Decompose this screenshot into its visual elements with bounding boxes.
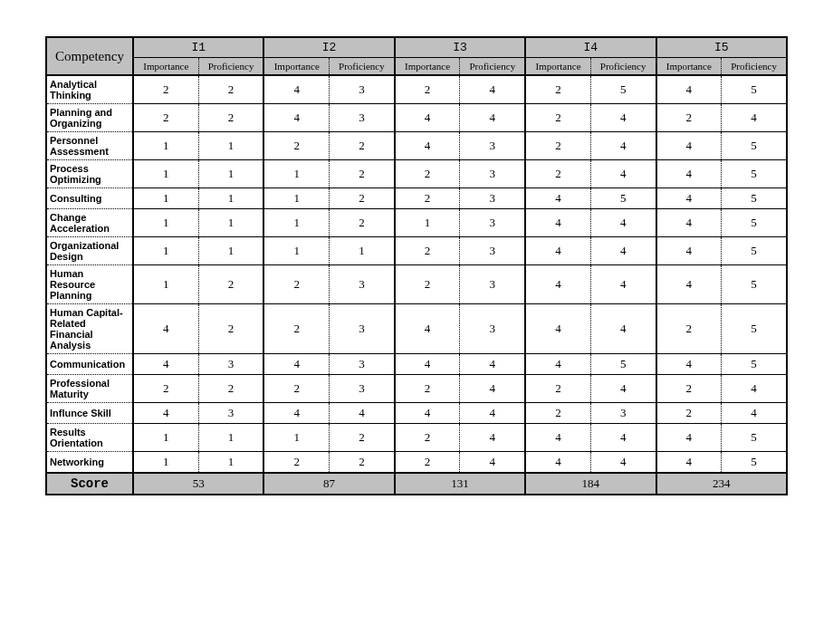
cell-value: 2: [198, 304, 263, 354]
cell-value: 4: [263, 354, 329, 375]
table-row: Organizational Design1111234445: [46, 237, 787, 265]
cell-value: 1: [198, 188, 263, 209]
score-row: Score 53 87 131 184 234: [46, 473, 787, 495]
cell-value: 4: [525, 452, 590, 474]
cell-value: 1: [263, 188, 329, 209]
cell-value: 4: [263, 104, 329, 132]
cell-value: 2: [330, 160, 395, 188]
competency-name: Communication: [46, 354, 133, 375]
cell-value: 4: [656, 237, 722, 265]
header-i5-imp: Importance: [656, 58, 722, 76]
cell-value: 5: [722, 265, 787, 304]
cell-value: 5: [722, 188, 787, 209]
competency-name: Analytical Thinking: [46, 75, 133, 104]
cell-value: 5: [722, 132, 787, 160]
cell-value: 2: [133, 375, 198, 403]
cell-value: 3: [460, 160, 525, 188]
cell-value: 4: [460, 452, 525, 474]
cell-value: 2: [198, 265, 263, 304]
cell-value: 4: [590, 209, 656, 237]
cell-value: 4: [263, 403, 329, 424]
cell-value: 1: [133, 265, 198, 304]
cell-value: 2: [133, 104, 198, 132]
cell-value: 3: [330, 104, 395, 132]
cell-value: 2: [525, 132, 590, 160]
score-i4: 184: [525, 473, 656, 495]
cell-value: 5: [722, 160, 787, 188]
cell-value: 2: [395, 237, 460, 265]
cell-value: 4: [656, 132, 722, 160]
header-i3-prof: Proficiency: [460, 58, 525, 76]
table-row: Human Capital-Related Financial Analysis…: [46, 304, 787, 354]
cell-value: 3: [460, 132, 525, 160]
cell-value: 2: [656, 304, 722, 354]
cell-value: 4: [133, 354, 198, 375]
table-row: Process Optimizing1112232445: [46, 160, 787, 188]
cell-value: 2: [656, 403, 722, 424]
cell-value: 1: [263, 209, 329, 237]
cell-value: 2: [263, 375, 329, 403]
cell-value: 2: [330, 424, 395, 452]
cell-value: 3: [590, 403, 656, 424]
cell-value: 4: [395, 354, 460, 375]
header-group-i2: I2: [263, 37, 394, 58]
cell-value: 4: [133, 304, 198, 354]
cell-value: 2: [525, 375, 590, 403]
cell-value: 4: [590, 304, 656, 354]
cell-value: 2: [525, 160, 590, 188]
cell-value: 2: [525, 104, 590, 132]
cell-value: 4: [395, 132, 460, 160]
header-group-i3: I3: [395, 37, 525, 58]
header-i4-prof: Proficiency: [590, 58, 656, 76]
header-i5-prof: Proficiency: [722, 58, 787, 76]
cell-value: 4: [460, 375, 525, 403]
cell-value: 1: [330, 237, 395, 265]
cell-value: 5: [590, 75, 656, 104]
cell-value: 5: [722, 75, 787, 104]
cell-value: 3: [330, 354, 395, 375]
table-row: Influnce Skill4344442324: [46, 403, 787, 424]
cell-value: 5: [590, 188, 656, 209]
cell-value: 4: [460, 354, 525, 375]
cell-value: 5: [722, 354, 787, 375]
cell-value: 3: [330, 265, 395, 304]
header-competency: Competency: [46, 37, 133, 75]
competency-name: Planning and Organizing: [46, 104, 133, 132]
cell-value: 4: [133, 403, 198, 424]
cell-value: 4: [656, 160, 722, 188]
table-row: Human Resource Planning1223234445: [46, 265, 787, 304]
competency-name: Influnce Skill: [46, 403, 133, 424]
cell-value: 2: [198, 104, 263, 132]
competency-name: Networking: [46, 452, 133, 474]
cell-value: 4: [525, 354, 590, 375]
cell-value: 4: [395, 104, 460, 132]
score-i2: 87: [263, 473, 394, 495]
header-i1-prof: Proficiency: [198, 58, 263, 76]
cell-value: 4: [525, 424, 590, 452]
cell-value: 5: [722, 209, 787, 237]
cell-value: 4: [722, 104, 787, 132]
cell-value: 3: [330, 75, 395, 104]
header-i4-imp: Importance: [525, 58, 590, 76]
competency-name: Professional Maturity: [46, 375, 133, 403]
cell-value: 2: [395, 160, 460, 188]
cell-value: 1: [198, 424, 263, 452]
competency-name: Process Optimizing: [46, 160, 133, 188]
table-body: Analytical Thinking2243242545Planning an…: [46, 75, 787, 473]
cell-value: 4: [525, 304, 590, 354]
cell-value: 3: [330, 304, 395, 354]
cell-value: 2: [395, 265, 460, 304]
cell-value: 1: [263, 160, 329, 188]
cell-value: 5: [722, 237, 787, 265]
cell-value: 4: [656, 209, 722, 237]
cell-value: 4: [525, 237, 590, 265]
cell-value: 5: [722, 424, 787, 452]
cell-value: 4: [330, 403, 395, 424]
cell-value: 2: [395, 75, 460, 104]
header-i2-imp: Importance: [263, 58, 329, 76]
cell-value: 2: [133, 75, 198, 104]
cell-value: 1: [133, 209, 198, 237]
cell-value: 4: [460, 424, 525, 452]
table-row: Personnel Assessment1122432445: [46, 132, 787, 160]
cell-value: 4: [656, 75, 722, 104]
